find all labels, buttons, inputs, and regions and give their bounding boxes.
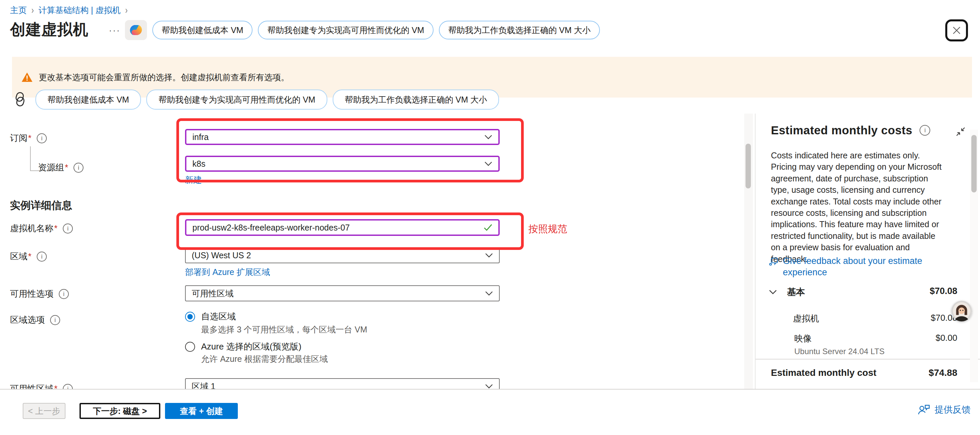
create-vm-blade: 主页 › 计算基础结构 | 虚拟机 › 创建虚拟机 ··· 帮助我创建低成本 V… <box>0 0 980 435</box>
review-create-button[interactable]: 查看 + 创建 <box>165 403 238 419</box>
radio-azure-selected-zone[interactable]: Azure 选择的区域(预览版) <box>185 341 301 352</box>
total-cost-amount: $74.88 <box>929 368 957 378</box>
chevron-down-icon <box>484 135 492 139</box>
info-icon[interactable] <box>50 315 60 325</box>
cost-item-amount: $0.00 <box>935 333 957 343</box>
copilot-suggestion-button[interactable]: 帮助我创建低成本 VM <box>35 89 141 110</box>
annotation-box-subscription-group <box>177 118 524 182</box>
chevron-down-icon <box>485 291 493 296</box>
region-label: 区域 <box>10 250 47 262</box>
person-feedback-icon <box>918 404 931 415</box>
collapse-panel-button[interactable] <box>956 127 965 136</box>
costs-panel-title: Estimated monthly costs <box>771 124 912 137</box>
info-icon[interactable] <box>37 252 47 261</box>
radio-on-icon <box>185 312 195 322</box>
copilot-suggestion-button[interactable]: 帮助我为工作负载选择正确的 VM 大小 <box>439 21 600 40</box>
radio-off-icon <box>185 342 195 352</box>
availability-options-dropdown[interactable]: 可用性区域 <box>185 285 500 301</box>
chevron-down-icon <box>485 384 493 389</box>
costs-disclaimer: Costs indicated here are estimates only.… <box>771 150 943 265</box>
chevron-right-icon: › <box>32 5 34 16</box>
total-cost-label: Estimated monthly cost <box>771 368 877 378</box>
info-icon[interactable] <box>73 163 83 173</box>
resource-group-dropdown[interactable]: k8s <box>185 156 500 172</box>
wizard-footer: < 上一步 下一步: 磁盘 > 查看 + 创建 提供反馈 <box>0 389 980 435</box>
info-icon[interactable] <box>920 125 930 135</box>
radio-azure-selected-zone-description: 允许 Azure 根据需要分配最佳区域 <box>201 354 328 365</box>
breadcrumb-link-home[interactable]: 主页 <box>10 5 27 16</box>
expand-group-chevron[interactable] <box>769 289 777 295</box>
main-scrollbar-thumb[interactable] <box>746 143 751 188</box>
info-icon[interactable] <box>63 223 73 234</box>
chevron-right-icon: › <box>125 5 127 16</box>
vm-name-input[interactable]: prod-usw2-k8s-freeleaps-worker-nodes-07 <box>185 219 500 236</box>
radio-self-selected-zone-description: 最多选择 3 个可用性区域，每个区域一台 VM <box>201 324 367 335</box>
radio-self-selected-zone[interactable]: 自选区域 <box>185 311 236 322</box>
close-button[interactable] <box>945 19 968 41</box>
cost-item-name: 映像 <box>794 333 811 344</box>
zone-options-label: 区域选项 <box>10 314 60 326</box>
breadcrumb: 主页 › 计算基础结构 | 虚拟机 › <box>10 5 127 16</box>
create-new-resource-group-link[interactable]: 新建 <box>185 174 202 185</box>
copilot-suggestion-button[interactable]: 帮助我创建专为实现高可用性而优化的 VM <box>258 21 433 40</box>
vm-name-label: 虚拟机名称 <box>10 223 73 234</box>
feedback-bubbles-icon <box>769 257 779 267</box>
copilot-suggestions-row-inline: 帮助我创建低成本 VM 帮助我创建专为实现高可用性而优化的 VM 帮助我为工作负… <box>35 89 499 110</box>
main-scrollbar[interactable] <box>744 113 753 389</box>
region-dropdown[interactable]: (US) West US 2 <box>185 247 500 263</box>
estimate-feedback-link[interactable]: Give feedback about your estimate experi… <box>769 255 946 278</box>
assistant-avatar[interactable] <box>951 301 972 322</box>
next-step-disks-button[interactable]: 下一步: 磁盘 > <box>80 403 160 419</box>
annotation-note: 按照规范 <box>528 223 567 236</box>
chevron-down-icon <box>485 253 493 258</box>
close-icon <box>952 26 961 35</box>
resource-group-label: 资源组 <box>38 162 83 174</box>
valid-check-icon <box>484 224 492 231</box>
edge-zone-link[interactable]: 部署到 Azure 扩展区域 <box>185 267 270 278</box>
copilot-suggestion-button[interactable]: 帮助我创建专为实现高可用性而优化的 VM <box>146 89 327 110</box>
ellipsis-menu-button[interactable]: ··· <box>109 25 121 36</box>
subscription-dropdown[interactable]: infra <box>185 129 500 145</box>
warning-icon <box>21 72 33 82</box>
cost-item-detail: Ubuntu Server 24.04 LTS <box>794 347 885 356</box>
give-feedback-link[interactable]: 提供反馈 <box>918 403 970 416</box>
info-icon[interactable] <box>59 289 69 299</box>
panel-scrollbar-thumb[interactable] <box>971 135 977 193</box>
copilot-icon[interactable] <box>125 20 147 40</box>
availability-options-label: 可用性选项 <box>10 288 69 300</box>
info-icon[interactable] <box>37 133 47 143</box>
estimated-costs-panel: Estimated monthly costs Costs indicated … <box>755 113 980 389</box>
copilot-suggestion-button[interactable]: 帮助我为工作负载选择正确的 VM 大小 <box>332 89 499 110</box>
page-title: 创建虚拟机 <box>10 19 89 40</box>
copilot-outline-icon <box>12 92 28 107</box>
chevron-down-icon <box>484 161 492 166</box>
panel-scrollbar[interactable] <box>970 130 978 382</box>
copilot-suggestion-button[interactable]: 帮助我创建低成本 VM <box>152 21 253 40</box>
warning-banner-text: 更改基本选项可能会重置所做的选择。创建虚拟机前查看所有选项。 <box>39 72 289 83</box>
subscription-label: 订阅 <box>10 132 47 144</box>
cost-group-amount: $70.08 <box>929 286 957 296</box>
breadcrumb-link-virtual-machines[interactable]: 计算基础结构 | 虚拟机 <box>38 5 120 16</box>
copilot-suggestions-row-top: 帮助我创建低成本 VM 帮助我创建专为实现高可用性而优化的 VM 帮助我为工作负… <box>152 21 600 40</box>
previous-step-button[interactable]: < 上一步 <box>23 403 65 419</box>
cost-group-name: 基本 <box>787 286 805 298</box>
instance-details-heading: 实例详细信息 <box>10 198 72 212</box>
panel-divider <box>756 359 980 360</box>
cost-item-name: 虚拟机 <box>793 313 819 324</box>
